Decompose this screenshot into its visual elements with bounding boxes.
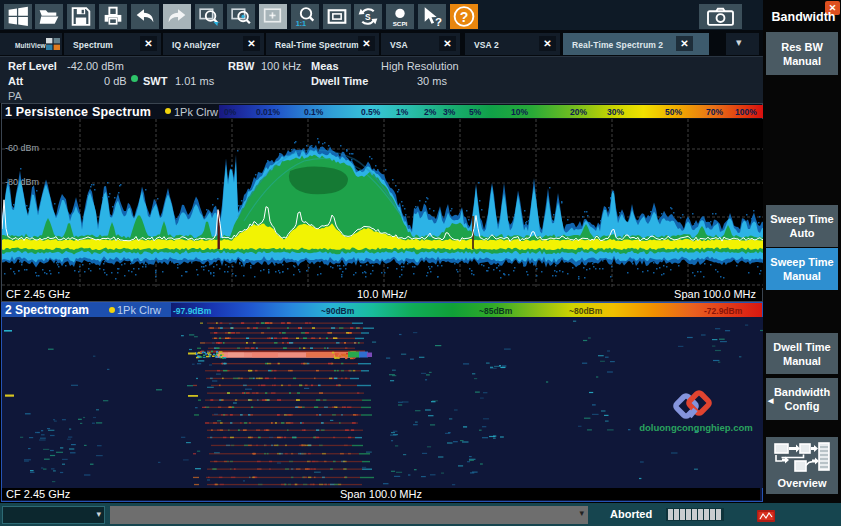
svg-text:SCPI: SCPI — [393, 19, 408, 26]
svg-text:1:1: 1:1 — [295, 18, 306, 27]
svg-text:S: S — [365, 11, 371, 21]
svg-text:?: ? — [435, 15, 442, 27]
svg-text:?: ? — [460, 8, 469, 24]
svg-text:doluongcongnghiep.com: doluongcongnghiep.com — [639, 422, 752, 433]
